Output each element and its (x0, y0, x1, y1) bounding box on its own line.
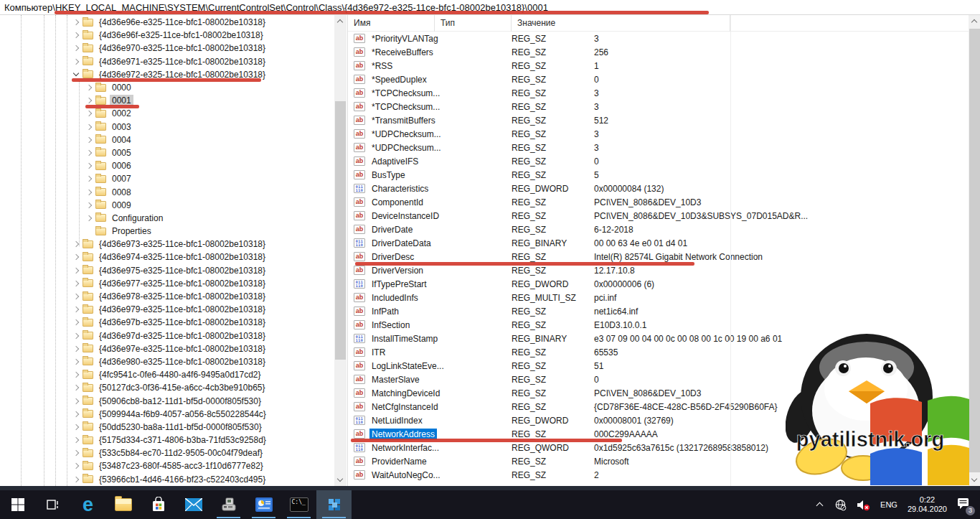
chevron-right-icon[interactable] (85, 83, 93, 92)
volume-muted-icon[interactable] (857, 499, 870, 511)
tree-item[interactable]: 0004 (0, 134, 334, 146)
chevron-right-icon[interactable] (72, 370, 80, 379)
registry-tree-pane[interactable]: {4d36e96e-e325-11ce-bfc1-08002be10318}{4… (0, 15, 334, 486)
tree-item[interactable]: 0003 (0, 121, 334, 134)
chevron-right-icon[interactable] (85, 136, 93, 144)
language-indicator[interactable]: ENG (880, 500, 897, 509)
registry-value-row[interactable]: 011110CharacteristicsREG_DWORD0x00000084… (348, 182, 969, 195)
chevron-right-icon[interactable] (72, 279, 80, 288)
registry-value-row[interactable]: ab*TransmitBuffersREG_SZ512 (348, 113, 969, 127)
registry-value-row[interactable]: abDeviceInstanceIDREG_SZPCI\VEN_8086&DEV… (348, 209, 969, 223)
hardware-tool-button[interactable] (211, 490, 246, 519)
chevron-right-icon[interactable] (85, 123, 93, 131)
chevron-right-icon[interactable] (72, 31, 80, 39)
tree-item[interactable]: {53966cb1-4d46-4166-bf23-c522403cd495} (0, 473, 334, 486)
tree-item[interactable]: {50dd5230-ba8a-11d1-bf5d-0000f805f530} (0, 421, 334, 434)
chevron-right-icon[interactable] (85, 109, 93, 118)
tree-item[interactable]: {4d36e97d-e325-11ce-bfc1-08002be10318} (0, 329, 334, 342)
registry-value-row[interactable]: 011110DriverDateDataREG_BINARY00 00 63 4… (348, 236, 969, 250)
registry-value-row[interactable]: abComponentIdREG_SZPCI\VEN_8086&DEV_10D3 (348, 195, 969, 209)
tray-expand-icon[interactable] (816, 500, 824, 509)
chevron-right-icon[interactable] (72, 423, 80, 431)
tree-item[interactable]: 0009 (0, 199, 334, 212)
tree-item[interactable]: {4d36e977-e325-11ce-bfc1-08002be10318} (0, 277, 334, 290)
column-header-value[interactable]: Значение (512, 15, 730, 32)
command-prompt-button[interactable]: C:\_ (281, 490, 316, 519)
chevron-right-icon[interactable] (72, 253, 80, 261)
tree-item[interactable]: {533c5b84-ec70-11d2-9505-00c04f79deaf} (0, 446, 334, 459)
registry-value-row[interactable]: abAdaptiveIFSREG_SZ0 (348, 154, 969, 168)
edge-browser-button[interactable]: e (70, 490, 105, 519)
tree-item[interactable]: {4d36e96f-e325-11ce-bfc1-08002be10318} (0, 29, 334, 42)
tree-item[interactable]: 0005 (0, 146, 334, 159)
registry-value-row[interactable]: ab*TCPChecksum...REG_SZ3 (348, 100, 969, 113)
start-button[interactable] (0, 490, 35, 519)
registry-value-row[interactable]: ab*RSSREG_SZ1 (348, 59, 969, 73)
tree-item[interactable]: Properties (0, 225, 334, 238)
chevron-right-icon[interactable] (72, 462, 80, 470)
chevron-right-icon[interactable] (72, 410, 80, 419)
registry-value-row[interactable]: abDriverDateREG_SZ6-12-2018 (348, 223, 969, 236)
registry-value-row[interactable]: ab*SpeedDuplexREG_SZ0 (348, 73, 969, 86)
tree-item[interactable]: {4d36e97e-e325-11ce-bfc1-08002be10318} (0, 342, 334, 355)
tree-item[interactable]: {50127dc3-0f36-415e-a6cc-4cb3be910b65} (0, 381, 334, 394)
values-scrollbar-thumb[interactable] (969, 29, 980, 472)
chevron-right-icon[interactable] (72, 44, 80, 52)
chevron-right-icon[interactable] (85, 96, 93, 105)
chevron-right-icon[interactable] (85, 214, 93, 223)
chevron-right-icon[interactable] (85, 174, 93, 183)
chevron-right-icon[interactable] (85, 149, 93, 157)
chevron-right-icon[interactable] (72, 475, 80, 484)
chevron-right-icon[interactable] (72, 57, 80, 66)
chevron-right-icon[interactable] (85, 201, 93, 210)
tree-item[interactable]: {4d36e971-e325-11ce-bfc1-08002be10318} (0, 55, 334, 68)
tree-item[interactable]: {5099944a-f6b9-4057-a056-8c550228544c} (0, 408, 334, 421)
chevron-right-icon[interactable] (72, 266, 80, 275)
tree-item[interactable]: 0008 (0, 185, 334, 198)
scroll-up-icon[interactable] (969, 15, 980, 27)
tree-item[interactable]: {53487c23-680f-4585-acc3-1f10d6777e82} (0, 459, 334, 472)
tree-item[interactable]: {4d36e974-e325-11ce-bfc1-08002be10318} (0, 251, 334, 263)
chevron-right-icon[interactable] (72, 357, 80, 366)
store-button[interactable] (141, 490, 176, 519)
task-view-button[interactable] (35, 490, 70, 519)
chevron-right-icon[interactable] (72, 332, 80, 340)
registry-value-row[interactable]: ab*ReceiveBuffersREG_SZ256 (348, 45, 969, 59)
tree-item[interactable]: 0006 (0, 159, 334, 172)
scroll-up-icon[interactable] (334, 15, 347, 27)
tree-item[interactable]: {4d36e978-e325-11ce-bfc1-08002be10318} (0, 290, 334, 303)
chevron-right-icon[interactable] (72, 240, 80, 248)
chevron-right-icon[interactable] (72, 318, 80, 327)
chevron-right-icon[interactable] (72, 383, 80, 392)
registry-value-row[interactable]: abBusTypeREG_SZ5 (348, 168, 969, 182)
tree-scrollbar[interactable] (334, 15, 347, 486)
chevron-right-icon[interactable] (72, 292, 80, 301)
system-monitor-button[interactable] (246, 490, 281, 519)
tree-item[interactable]: {4d36e975-e325-11ce-bfc1-08002be10318} (0, 264, 334, 277)
column-header-name[interactable]: Имя (348, 15, 435, 32)
registry-value-row[interactable]: ab*UDPChecksum...REG_SZ3 (348, 141, 969, 154)
chevron-right-icon[interactable] (72, 345, 80, 353)
tree-item[interactable]: {4d36e980-e325-11ce-bfc1-08002be10318} (0, 355, 334, 368)
tree-item[interactable]: {4fc9541c-0fe6-4480-a4f6-9495a0d17cd2} (0, 368, 334, 381)
tree-item[interactable]: Configuration (0, 212, 334, 225)
chevron-right-icon[interactable] (72, 397, 80, 406)
chevron-right-icon[interactable] (72, 436, 80, 444)
taskbar-clock[interactable]: 0:22 29.04.2020 (908, 495, 947, 514)
chevron-right-icon[interactable] (72, 305, 80, 314)
tree-item[interactable]: {4d36e979-e325-11ce-bfc1-08002be10318} (0, 303, 334, 316)
file-explorer-button[interactable] (105, 490, 141, 519)
registry-value-row[interactable]: ab*UDPChecksum...REG_SZ3 (348, 127, 969, 141)
chevron-right-icon[interactable] (72, 449, 80, 457)
tree-scrollbar-thumb[interactable] (335, 101, 346, 360)
mail-button[interactable] (176, 490, 211, 519)
chevron-right-icon[interactable] (85, 188, 93, 197)
chevron-right-icon[interactable] (72, 18, 80, 27)
registry-value-row[interactable]: ab*PriorityVLANTagREG_SZ3 (348, 32, 969, 45)
tree-item[interactable]: 0000 (0, 81, 334, 94)
registry-editor-button[interactable] (316, 490, 352, 519)
tree-item[interactable]: {4d36e973-e325-11ce-bfc1-08002be10318} (0, 238, 334, 251)
chevron-right-icon[interactable] (85, 162, 93, 170)
tree-item[interactable]: 0002 (0, 107, 334, 120)
scroll-down-icon[interactable] (334, 474, 347, 486)
